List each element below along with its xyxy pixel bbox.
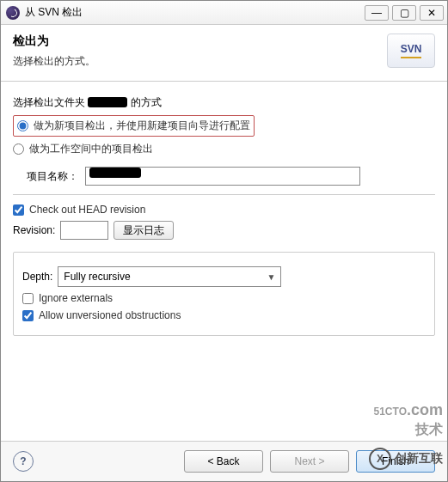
- title-bar: 从 SVN 检出 — ▢ ✕: [1, 1, 447, 25]
- wizard-header: 检出为 选择检出的方式。 SVN: [1, 25, 447, 82]
- radio-new-project-highlight: 做为新项目检出，并使用新建项目向导进行配置: [13, 115, 255, 137]
- depth-value: Fully recursive: [64, 271, 130, 283]
- options-group: Depth: Fully recursive ▼ Ignore external…: [13, 252, 435, 336]
- finish-button[interactable]: Finish: [356, 450, 435, 473]
- wizard-footer: ? < Back Next > Finish: [1, 441, 447, 481]
- help-button[interactable]: ?: [13, 451, 34, 472]
- revision-label: Revision:: [13, 224, 55, 236]
- next-button[interactable]: Next >: [270, 450, 349, 473]
- depth-select[interactable]: Fully recursive ▼: [58, 266, 281, 287]
- wizard-content: 选择检出文件夹 的方式 做为新项目检出，并使用新建项目向导进行配置 做为工作空间…: [1, 82, 447, 441]
- radio-workspace-project[interactable]: [13, 143, 24, 155]
- revision-input[interactable]: [60, 221, 108, 240]
- head-revision-checkbox[interactable]: [13, 204, 24, 216]
- close-button[interactable]: ✕: [420, 5, 444, 21]
- window-buttons: — ▢ ✕: [365, 5, 444, 21]
- radio-new-project[interactable]: [17, 120, 28, 131]
- allow-unversioned-label: Allow unversioned obstructions: [39, 309, 181, 321]
- show-log-button[interactable]: 显示日志: [114, 221, 174, 240]
- eclipse-icon: [6, 6, 20, 20]
- page-title: 检出为: [13, 34, 387, 49]
- back-button[interactable]: < Back: [184, 450, 263, 473]
- redacted-project-value: [89, 168, 141, 178]
- minimize-button[interactable]: —: [365, 5, 389, 21]
- page-subtitle: 选择检出的方式。: [13, 54, 387, 69]
- head-revision-label: Check out HEAD revision: [29, 204, 145, 216]
- project-name-label: 项目名称：: [27, 169, 78, 184]
- project-name-input[interactable]: [85, 167, 360, 186]
- window-title: 从 SVN 检出: [25, 5, 365, 20]
- radio-workspace-project-label: 做为工作空间中的项目检出: [29, 142, 153, 156]
- dialog-window: 从 SVN 检出 — ▢ ✕ 检出为 选择检出的方式。 SVN 选择检出文件夹 …: [0, 0, 448, 482]
- svn-logo: SVN: [387, 34, 435, 68]
- maximize-button[interactable]: ▢: [392, 5, 416, 21]
- radio-new-project-label: 做为新项目检出，并使用新建项目向导进行配置: [34, 119, 250, 133]
- chevron-down-icon: ▼: [267, 272, 275, 282]
- depth-label: Depth:: [22, 271, 52, 283]
- checkout-method-label: 选择检出文件夹 的方式: [13, 95, 435, 110]
- separator: [13, 194, 435, 195]
- ignore-externals-label: Ignore externals: [39, 292, 113, 304]
- allow-unversioned-checkbox[interactable]: [22, 310, 34, 321]
- redacted-folder-name: [88, 97, 127, 107]
- ignore-externals-checkbox[interactable]: [22, 293, 34, 304]
